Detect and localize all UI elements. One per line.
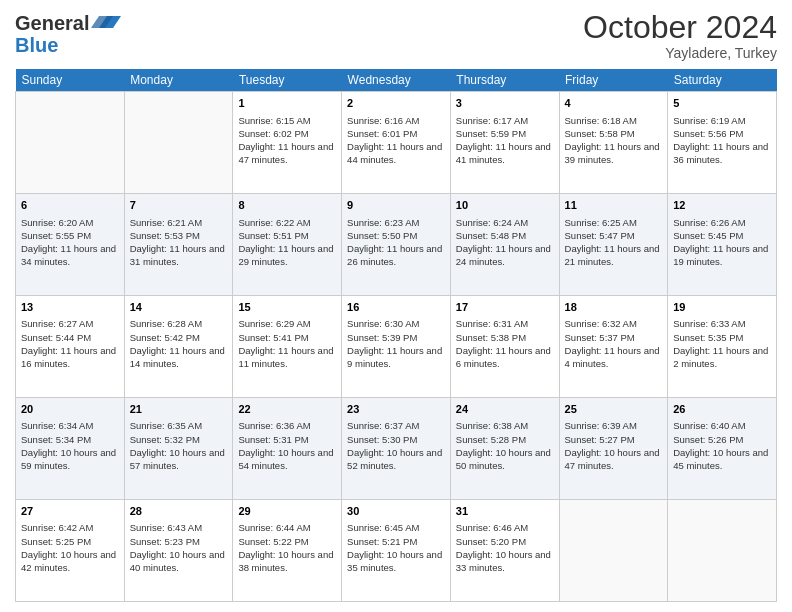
day-number: 31 [456,504,554,519]
calendar-cell: 7Sunrise: 6:21 AM Sunset: 5:53 PM Daylig… [124,194,233,296]
calendar-cell: 10Sunrise: 6:24 AM Sunset: 5:48 PM Dayli… [450,194,559,296]
calendar-week-row: 6Sunrise: 6:20 AM Sunset: 5:55 PM Daylig… [16,194,777,296]
calendar-cell: 21Sunrise: 6:35 AM Sunset: 5:32 PM Dayli… [124,398,233,500]
calendar-cell: 9Sunrise: 6:23 AM Sunset: 5:50 PM Daylig… [342,194,451,296]
day-info: Sunrise: 6:24 AM Sunset: 5:48 PM Dayligh… [456,216,554,269]
day-info: Sunrise: 6:23 AM Sunset: 5:50 PM Dayligh… [347,216,445,269]
day-number: 14 [130,300,228,315]
calendar-cell: 27Sunrise: 6:42 AM Sunset: 5:25 PM Dayli… [16,500,125,602]
day-number: 11 [565,198,663,213]
logo-blue: Blue [15,34,121,56]
calendar-week-row: 13Sunrise: 6:27 AM Sunset: 5:44 PM Dayli… [16,296,777,398]
day-info: Sunrise: 6:31 AM Sunset: 5:38 PM Dayligh… [456,317,554,370]
calendar-cell: 2Sunrise: 6:16 AM Sunset: 6:01 PM Daylig… [342,92,451,194]
day-number: 20 [21,402,119,417]
calendar-cell [124,92,233,194]
calendar-cell: 28Sunrise: 6:43 AM Sunset: 5:23 PM Dayli… [124,500,233,602]
calendar-cell: 22Sunrise: 6:36 AM Sunset: 5:31 PM Dayli… [233,398,342,500]
day-of-week-header: Thursday [450,69,559,92]
calendar-cell: 3Sunrise: 6:17 AM Sunset: 5:59 PM Daylig… [450,92,559,194]
day-number: 3 [456,96,554,111]
day-info: Sunrise: 6:38 AM Sunset: 5:28 PM Dayligh… [456,419,554,472]
day-number: 13 [21,300,119,315]
day-number: 25 [565,402,663,417]
calendar-header-row: SundayMondayTuesdayWednesdayThursdayFrid… [16,69,777,92]
month-title: October 2024 [583,10,777,45]
day-number: 15 [238,300,336,315]
day-number: 1 [238,96,336,111]
day-of-week-header: Wednesday [342,69,451,92]
day-of-week-header: Friday [559,69,668,92]
location: Yayladere, Turkey [583,45,777,61]
day-number: 24 [456,402,554,417]
day-number: 8 [238,198,336,213]
day-number: 23 [347,402,445,417]
day-info: Sunrise: 6:33 AM Sunset: 5:35 PM Dayligh… [673,317,771,370]
calendar-cell: 11Sunrise: 6:25 AM Sunset: 5:47 PM Dayli… [559,194,668,296]
calendar-cell: 14Sunrise: 6:28 AM Sunset: 5:42 PM Dayli… [124,296,233,398]
day-number: 29 [238,504,336,519]
day-number: 7 [130,198,228,213]
day-info: Sunrise: 6:30 AM Sunset: 5:39 PM Dayligh… [347,317,445,370]
calendar-week-row: 20Sunrise: 6:34 AM Sunset: 5:34 PM Dayli… [16,398,777,500]
day-info: Sunrise: 6:46 AM Sunset: 5:20 PM Dayligh… [456,521,554,574]
header: General Blue October 2024 Yayladere, Tur… [15,10,777,61]
calendar-cell: 23Sunrise: 6:37 AM Sunset: 5:30 PM Dayli… [342,398,451,500]
calendar-cell: 26Sunrise: 6:40 AM Sunset: 5:26 PM Dayli… [668,398,777,500]
day-info: Sunrise: 6:42 AM Sunset: 5:25 PM Dayligh… [21,521,119,574]
day-info: Sunrise: 6:25 AM Sunset: 5:47 PM Dayligh… [565,216,663,269]
calendar-cell [559,500,668,602]
day-of-week-header: Saturday [668,69,777,92]
calendar-cell: 18Sunrise: 6:32 AM Sunset: 5:37 PM Dayli… [559,296,668,398]
calendar-cell: 5Sunrise: 6:19 AM Sunset: 5:56 PM Daylig… [668,92,777,194]
day-of-week-header: Sunday [16,69,125,92]
calendar-cell: 17Sunrise: 6:31 AM Sunset: 5:38 PM Dayli… [450,296,559,398]
calendar-cell: 13Sunrise: 6:27 AM Sunset: 5:44 PM Dayli… [16,296,125,398]
title-area: October 2024 Yayladere, Turkey [583,10,777,61]
day-info: Sunrise: 6:44 AM Sunset: 5:22 PM Dayligh… [238,521,336,574]
day-info: Sunrise: 6:20 AM Sunset: 5:55 PM Dayligh… [21,216,119,269]
day-number: 6 [21,198,119,213]
day-info: Sunrise: 6:21 AM Sunset: 5:53 PM Dayligh… [130,216,228,269]
day-info: Sunrise: 6:16 AM Sunset: 6:01 PM Dayligh… [347,114,445,167]
day-number: 26 [673,402,771,417]
calendar-cell: 16Sunrise: 6:30 AM Sunset: 5:39 PM Dayli… [342,296,451,398]
day-info: Sunrise: 6:17 AM Sunset: 5:59 PM Dayligh… [456,114,554,167]
calendar-cell: 6Sunrise: 6:20 AM Sunset: 5:55 PM Daylig… [16,194,125,296]
day-number: 28 [130,504,228,519]
calendar-cell: 24Sunrise: 6:38 AM Sunset: 5:28 PM Dayli… [450,398,559,500]
day-info: Sunrise: 6:28 AM Sunset: 5:42 PM Dayligh… [130,317,228,370]
calendar-cell: 4Sunrise: 6:18 AM Sunset: 5:58 PM Daylig… [559,92,668,194]
day-number: 5 [673,96,771,111]
day-info: Sunrise: 6:43 AM Sunset: 5:23 PM Dayligh… [130,521,228,574]
day-number: 9 [347,198,445,213]
day-info: Sunrise: 6:19 AM Sunset: 5:56 PM Dayligh… [673,114,771,167]
day-info: Sunrise: 6:37 AM Sunset: 5:30 PM Dayligh… [347,419,445,472]
logo-general: General [15,12,89,34]
day-info: Sunrise: 6:45 AM Sunset: 5:21 PM Dayligh… [347,521,445,574]
logo-icon [91,6,121,36]
day-number: 16 [347,300,445,315]
day-of-week-header: Monday [124,69,233,92]
day-info: Sunrise: 6:39 AM Sunset: 5:27 PM Dayligh… [565,419,663,472]
day-info: Sunrise: 6:36 AM Sunset: 5:31 PM Dayligh… [238,419,336,472]
day-number: 4 [565,96,663,111]
calendar-cell: 8Sunrise: 6:22 AM Sunset: 5:51 PM Daylig… [233,194,342,296]
day-number: 17 [456,300,554,315]
day-number: 12 [673,198,771,213]
calendar-cell: 12Sunrise: 6:26 AM Sunset: 5:45 PM Dayli… [668,194,777,296]
day-info: Sunrise: 6:40 AM Sunset: 5:26 PM Dayligh… [673,419,771,472]
calendar-week-row: 1Sunrise: 6:15 AM Sunset: 6:02 PM Daylig… [16,92,777,194]
day-number: 22 [238,402,336,417]
calendar-cell [16,92,125,194]
day-of-week-header: Tuesday [233,69,342,92]
day-info: Sunrise: 6:34 AM Sunset: 5:34 PM Dayligh… [21,419,119,472]
day-info: Sunrise: 6:29 AM Sunset: 5:41 PM Dayligh… [238,317,336,370]
day-number: 30 [347,504,445,519]
day-info: Sunrise: 6:27 AM Sunset: 5:44 PM Dayligh… [21,317,119,370]
day-info: Sunrise: 6:15 AM Sunset: 6:02 PM Dayligh… [238,114,336,167]
day-number: 27 [21,504,119,519]
calendar-cell: 20Sunrise: 6:34 AM Sunset: 5:34 PM Dayli… [16,398,125,500]
day-info: Sunrise: 6:22 AM Sunset: 5:51 PM Dayligh… [238,216,336,269]
day-info: Sunrise: 6:35 AM Sunset: 5:32 PM Dayligh… [130,419,228,472]
